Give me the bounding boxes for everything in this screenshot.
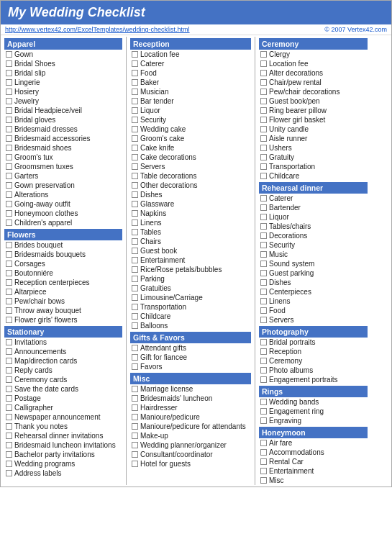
checkbox[interactable] (260, 126, 267, 132)
checkbox[interactable] (260, 107, 267, 114)
checkbox[interactable] (132, 70, 138, 76)
checkbox[interactable] (132, 126, 138, 132)
checkbox[interactable] (260, 358, 267, 364)
checkbox[interactable] (260, 317, 267, 323)
checkbox[interactable] (6, 470, 12, 476)
checkbox[interactable] (132, 145, 138, 151)
checkbox[interactable] (6, 163, 12, 170)
checkbox[interactable] (132, 163, 138, 170)
checkbox[interactable] (6, 251, 12, 258)
checkbox[interactable] (132, 442, 138, 448)
checkbox[interactable] (260, 440, 267, 446)
checkbox[interactable] (260, 449, 267, 456)
checkbox[interactable] (260, 195, 267, 202)
checkbox[interactable] (6, 60, 12, 67)
checkbox[interactable] (6, 386, 12, 392)
checkbox[interactable] (132, 60, 138, 67)
checkbox[interactable] (6, 191, 12, 198)
checkbox[interactable] (132, 89, 138, 95)
checkbox[interactable] (260, 408, 267, 415)
checkbox[interactable] (6, 317, 12, 323)
checkbox[interactable] (6, 182, 12, 189)
checkbox[interactable] (132, 363, 138, 370)
checkbox[interactable] (260, 298, 267, 304)
checkbox[interactable] (260, 117, 267, 123)
checkbox[interactable] (132, 248, 138, 254)
checkbox[interactable] (6, 404, 12, 411)
checkbox[interactable] (132, 51, 138, 58)
checkbox[interactable] (132, 354, 138, 361)
checkbox[interactable] (132, 135, 138, 142)
checkbox[interactable] (132, 117, 138, 123)
checkbox[interactable] (260, 135, 267, 142)
checkbox[interactable] (6, 145, 12, 151)
checkbox[interactable] (260, 417, 267, 424)
checkbox[interactable] (6, 339, 12, 345)
checkbox[interactable] (6, 242, 12, 248)
checkbox[interactable] (6, 395, 12, 402)
checkbox[interactable] (132, 210, 138, 217)
checkbox[interactable] (132, 173, 138, 179)
checkbox[interactable] (6, 367, 12, 374)
checkbox[interactable] (260, 468, 267, 474)
checkbox[interactable] (6, 279, 12, 286)
checkbox[interactable] (260, 145, 267, 151)
checkbox[interactable] (260, 60, 267, 67)
checkbox[interactable] (260, 261, 267, 267)
checkbox[interactable] (260, 251, 267, 258)
checkbox[interactable] (260, 348, 267, 355)
checkbox[interactable] (260, 214, 267, 220)
checkbox[interactable] (132, 304, 138, 310)
checkbox[interactable] (6, 173, 12, 179)
checkbox[interactable] (260, 232, 267, 239)
checkbox[interactable] (260, 154, 267, 160)
checkbox[interactable] (132, 229, 138, 235)
checkbox[interactable] (6, 261, 12, 267)
checkbox[interactable] (260, 51, 267, 58)
checkbox[interactable] (260, 376, 267, 383)
checkbox[interactable] (132, 433, 138, 439)
checkbox[interactable] (6, 348, 12, 355)
checkbox[interactable] (132, 154, 138, 160)
checkbox[interactable] (260, 458, 267, 465)
checkbox[interactable] (6, 126, 12, 132)
checkbox[interactable] (260, 399, 267, 405)
checkbox[interactable] (6, 51, 12, 58)
checkbox[interactable] (6, 414, 12, 420)
checkbox[interactable] (260, 279, 267, 286)
checkbox[interactable] (132, 423, 138, 430)
checkbox[interactable] (260, 89, 267, 95)
checkbox[interactable] (6, 135, 12, 142)
checkbox[interactable] (260, 173, 267, 179)
checkbox[interactable] (6, 220, 12, 226)
checkbox[interactable] (132, 395, 138, 402)
checkbox[interactable] (132, 345, 138, 351)
checkbox[interactable] (132, 266, 138, 273)
checkbox[interactable] (132, 257, 138, 263)
checkbox[interactable] (132, 79, 138, 86)
checkbox[interactable] (260, 367, 267, 374)
checkbox[interactable] (132, 414, 138, 420)
checkbox[interactable] (260, 204, 267, 211)
url-link[interactable]: http://www.vertex42.com/ExcelTemplates/w… (5, 26, 190, 33)
checkbox[interactable] (260, 339, 267, 345)
checkbox[interactable] (260, 163, 267, 170)
checkbox[interactable] (260, 98, 267, 104)
checkbox[interactable] (6, 307, 12, 314)
checkbox[interactable] (132, 191, 138, 198)
checkbox[interactable] (6, 451, 12, 458)
checkbox[interactable] (132, 98, 138, 104)
checkbox[interactable] (260, 79, 267, 86)
checkbox[interactable] (260, 289, 267, 295)
checkbox[interactable] (132, 386, 138, 392)
checkbox[interactable] (6, 154, 12, 160)
checkbox[interactable] (260, 242, 267, 248)
checkbox[interactable] (132, 238, 138, 245)
checkbox[interactable] (132, 107, 138, 114)
checkbox[interactable] (132, 285, 138, 291)
checkbox[interactable] (6, 89, 12, 95)
checkbox[interactable] (132, 461, 138, 467)
checkbox[interactable] (260, 223, 267, 230)
checkbox[interactable] (6, 461, 12, 467)
checkbox[interactable] (6, 433, 12, 439)
